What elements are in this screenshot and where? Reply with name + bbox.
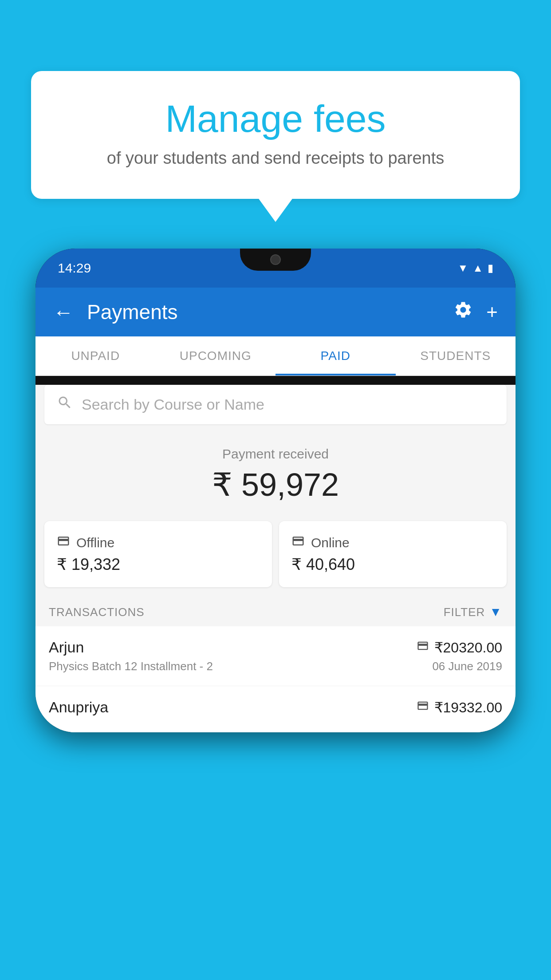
add-button[interactable]: + — [486, 301, 498, 323]
transaction-amount-value: ₹20320.00 — [434, 639, 502, 656]
payment-cards: Offline ₹ 19,332 Online ₹ 40,640 — [35, 521, 516, 596]
online-card-label: Online — [311, 535, 350, 550]
filter-label: FILTER — [444, 605, 485, 619]
phone-wrapper: 14:29 ▼ ▲ ▮ ← Payments + — [35, 249, 516, 980]
transaction-row-top: Arjun ₹20320.00 — [49, 639, 502, 656]
status-bar: 14:29 ▼ ▲ ▮ — [35, 249, 516, 288]
online-card-header: Online — [291, 534, 494, 551]
speech-bubble-container: Manage fees of your students and send re… — [31, 71, 520, 199]
transaction-date: 06 June 2019 — [432, 660, 502, 673]
online-payment-card: Online ₹ 40,640 — [279, 521, 507, 587]
tab-unpaid[interactable]: UNPAID — [35, 336, 156, 375]
transaction-amount: ₹20320.00 — [417, 639, 502, 656]
student-name: Arjun — [49, 639, 84, 656]
header-icons: + — [453, 300, 498, 324]
search-placeholder-text: Search by Course or Name — [82, 396, 264, 413]
app-header: ← Payments + — [35, 288, 516, 336]
settings-button[interactable] — [453, 300, 473, 324]
signal-icon: ▲ — [472, 262, 483, 274]
status-icons: ▼ ▲ ▮ — [457, 262, 493, 274]
offline-payment-icon — [57, 534, 70, 551]
transaction-amount: ₹19332.00 — [417, 699, 502, 716]
transaction-list: Arjun ₹20320.00 Physics Batch 12 Install… — [35, 626, 516, 732]
payment-received-label: Payment received — [44, 447, 507, 462]
payment-total-amount: ₹ 59,972 — [44, 466, 507, 503]
offline-payment-icon-row — [417, 699, 429, 715]
offline-payment-card: Offline ₹ 19,332 — [44, 521, 272, 587]
battery-icon: ▮ — [488, 262, 493, 274]
tab-upcoming[interactable]: UPCOMING — [156, 336, 276, 375]
transactions-label: TRANSACTIONS — [49, 605, 145, 619]
offline-card-label: Offline — [76, 535, 114, 550]
tabs: UNPAID UPCOMING PAID STUDENTS — [35, 336, 516, 376]
phone-camera — [270, 254, 281, 265]
course-info: Physics Batch 12 Installment - 2 — [49, 660, 213, 673]
offline-card-amount: ₹ 19,332 — [57, 555, 260, 574]
speech-bubble: Manage fees of your students and send re… — [31, 71, 520, 199]
tab-students[interactable]: STUDENTS — [396, 336, 516, 375]
table-row[interactable]: Arjun ₹20320.00 Physics Batch 12 Install… — [35, 626, 516, 686]
online-card-amount: ₹ 40,640 — [291, 555, 494, 574]
student-name: Anupriya — [49, 699, 108, 716]
phone-notch — [240, 249, 311, 271]
header-title: Payments — [87, 300, 440, 324]
online-payment-icon — [291, 534, 305, 551]
offline-card-header: Offline — [57, 534, 260, 551]
back-button[interactable]: ← — [53, 300, 74, 324]
online-payment-icon-row — [417, 640, 429, 655]
search-bar[interactable]: Search by Course or Name — [44, 385, 507, 424]
filter-button[interactable]: FILTER ▼ — [444, 605, 502, 619]
phone: 14:29 ▼ ▲ ▮ ← Payments + — [35, 249, 516, 732]
table-row[interactable]: Anupriya ₹19332.00 — [35, 686, 516, 732]
transactions-header: TRANSACTIONS FILTER ▼ — [35, 596, 516, 626]
speech-bubble-subtitle: of your students and send receipts to pa… — [67, 149, 484, 168]
content-area: Search by Course or Name Payment receive… — [35, 385, 516, 732]
transaction-row-top: Anupriya ₹19332.00 — [49, 699, 502, 716]
tab-paid[interactable]: PAID — [276, 336, 396, 375]
transaction-amount-value: ₹19332.00 — [434, 699, 502, 716]
transaction-row-bottom: Physics Batch 12 Installment - 2 06 June… — [49, 660, 502, 673]
status-time: 14:29 — [58, 261, 91, 276]
filter-icon: ▼ — [489, 605, 502, 619]
payment-summary: Payment received ₹ 59,972 — [35, 433, 516, 521]
wifi-icon: ▼ — [457, 262, 468, 274]
search-icon — [57, 395, 73, 415]
speech-bubble-title: Manage fees — [67, 98, 484, 140]
